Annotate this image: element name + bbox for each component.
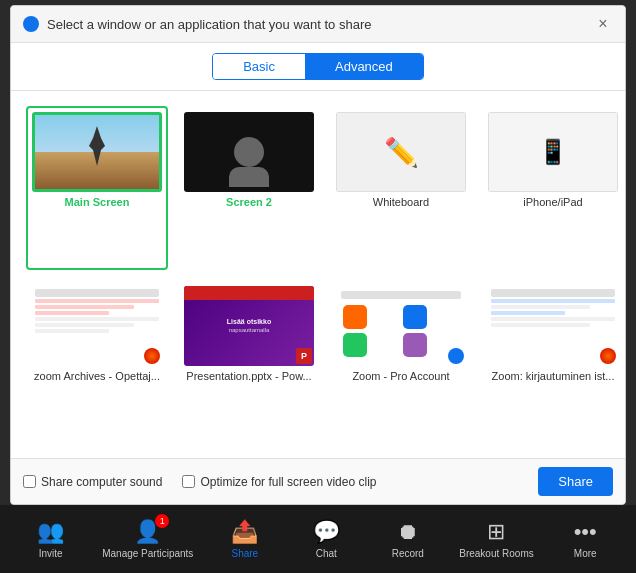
label-zoom-kirj: Zoom: kirjautuminen ist... — [492, 370, 615, 382]
pptx-title: Lisää otsikko — [227, 318, 271, 325]
dialog-title: Select a window or an application that y… — [47, 17, 593, 32]
breakout-label: Breakout Rooms — [459, 548, 533, 559]
pptx-icon: P — [296, 348, 312, 364]
toolbar-breakout-rooms[interactable]: ⊞ Breakout Rooms — [459, 519, 533, 559]
pen-icon: ✏️ — [384, 136, 419, 169]
breakout-icon: ⊞ — [487, 519, 505, 545]
share-icon: 📤 — [231, 519, 258, 545]
toolbar-record[interactable]: ⏺ Record — [378, 519, 438, 559]
tab-basic[interactable]: Basic — [213, 54, 305, 79]
optimize-checkbox[interactable] — [182, 475, 195, 488]
thumbnail-iphone: 📱 — [488, 112, 618, 192]
invite-label: Invite — [39, 548, 63, 559]
close-button[interactable]: × — [593, 14, 613, 34]
share-item-screen2[interactable]: Screen 2 — [178, 106, 320, 270]
more-icon: ••• — [574, 519, 597, 545]
optimize-label: Optimize for full screen video clip — [200, 475, 376, 489]
toolbar-more[interactable]: ••• More — [555, 519, 615, 559]
thumbnail-zoom-pro — [336, 286, 466, 366]
toolbar-chat[interactable]: 💬 Chat — [296, 519, 356, 559]
label-screen2: Screen 2 — [226, 196, 272, 208]
thumbnail-zoom-archive — [32, 286, 162, 366]
share-label: Share — [232, 548, 259, 559]
tab-advanced[interactable]: Advanced — [305, 54, 423, 79]
participants-icon: 👤 1 — [134, 519, 161, 545]
thumbnail-main-screen — [32, 112, 162, 192]
share-sound-label: Share computer sound — [41, 475, 162, 489]
record-label: Record — [392, 548, 424, 559]
invite-icon: 👥 — [37, 519, 64, 545]
share-dialog: Select a window or an application that y… — [10, 5, 626, 505]
share-item-zoom-archive[interactable]: zoom Archives - Opettaj... — [26, 280, 168, 444]
bottom-toolbar: 👥 Invite 👤 1 Manage Participants 📤 Share… — [0, 505, 636, 573]
record-icon: ⏺ — [397, 519, 419, 545]
chat-label: Chat — [316, 548, 337, 559]
toolbar-manage-participants[interactable]: 👤 1 Manage Participants — [102, 519, 193, 559]
label-iphone: iPhone/iPad — [523, 196, 582, 208]
app-background: Select a window or an application that y… — [0, 0, 636, 573]
thumbnail-whiteboard: ✏️ — [336, 112, 466, 192]
pptx-sub: napsauttamalla — [229, 327, 270, 333]
thumbnail-pptx: Lisää otsikko napsauttamalla P — [184, 286, 314, 366]
label-main-screen: Main Screen — [65, 196, 130, 208]
dialog-footer: Share computer sound Optimize for full s… — [11, 458, 625, 504]
dialog-header: Select a window or an application that y… — [11, 6, 625, 43]
more-label: More — [574, 548, 597, 559]
participants-badge: 1 — [155, 514, 169, 528]
share-item-iphone[interactable]: 📱 iPhone/iPad — [482, 106, 624, 270]
share-sound-checkbox[interactable] — [23, 475, 36, 488]
tabs-container: Basic Advanced — [11, 43, 625, 91]
share-item-zoom-pro[interactable]: Zoom - Pro Account — [330, 280, 472, 444]
phone-icon: 📱 — [538, 138, 568, 166]
thumbnail-screen2 — [184, 112, 314, 192]
zoom-logo-icon — [23, 16, 39, 32]
tab-group: Basic Advanced — [212, 53, 424, 80]
label-pptx: Presentation.pptx - Pow... — [186, 370, 311, 382]
manage-participants-label: Manage Participants — [102, 548, 193, 559]
label-zoom-pro: Zoom - Pro Account — [352, 370, 449, 382]
zoom-pro-icon — [448, 348, 464, 364]
label-zoom-archive: zoom Archives - Opettaj... — [34, 370, 160, 382]
toolbar-invite[interactable]: 👥 Invite — [21, 519, 81, 559]
pptx-top-bar — [184, 286, 314, 300]
share-item-zoom-kirj[interactable]: Zoom: kirjautuminen ist... — [482, 280, 624, 444]
optimize-option[interactable]: Optimize for full screen video clip — [182, 475, 376, 489]
share-item-main-screen[interactable]: Main Screen — [26, 106, 168, 270]
toolbar-share[interactable]: 📤 Share — [215, 519, 275, 559]
share-button[interactable]: Share — [538, 467, 613, 496]
share-item-pptx[interactable]: Lisää otsikko napsauttamalla P Presentat… — [178, 280, 320, 444]
share-sound-option[interactable]: Share computer sound — [23, 475, 162, 489]
thumbnail-zoom-kirj — [488, 286, 618, 366]
share-grid: Main Screen Screen 2 — [11, 91, 625, 458]
chat-icon: 💬 — [313, 519, 340, 545]
share-item-whiteboard[interactable]: ✏️ Whiteboard — [330, 106, 472, 270]
label-whiteboard: Whiteboard — [373, 196, 429, 208]
